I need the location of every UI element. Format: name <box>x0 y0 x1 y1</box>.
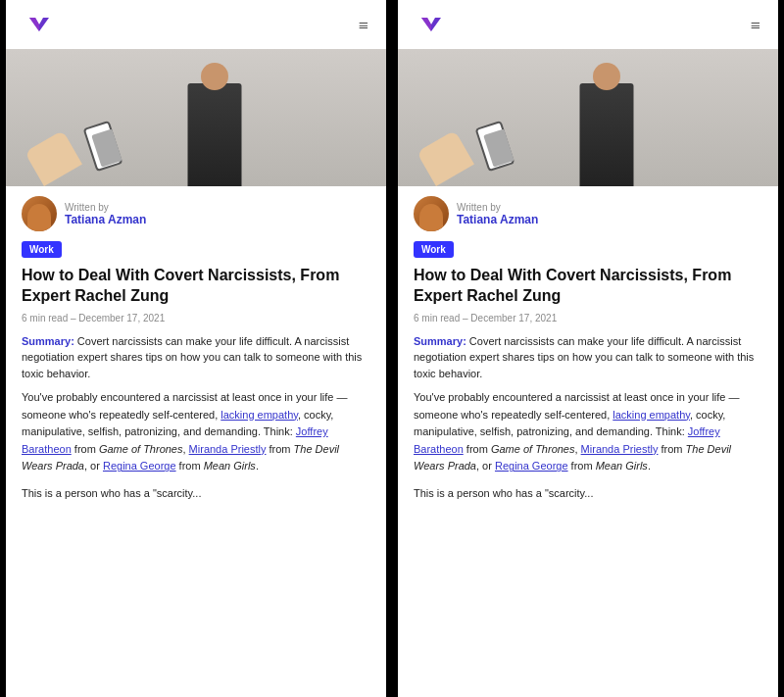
header-left: ≡ <box>6 0 386 49</box>
body3-left: from <box>72 443 99 455</box>
article-title-right: How to Deal With Covert Narcissists, Fro… <box>398 262 778 311</box>
summary-label-right: Summary: <box>414 335 466 347</box>
italic1-right: Game of Thrones <box>491 443 575 455</box>
hero-image-left <box>6 49 386 186</box>
italic1-left: Game of Thrones <box>99 443 183 455</box>
body3-right: from <box>464 443 491 455</box>
logo-left <box>22 12 57 39</box>
body6-left: , or <box>84 460 103 472</box>
screen-container: ≡ Written by Tatian <box>0 0 784 697</box>
body-end-left: This is a person who has a "scarcity... <box>6 483 386 505</box>
body5-right: from <box>658 443 685 455</box>
body-text-right: You've probably encountered a narcissist… <box>398 387 778 477</box>
author-avatar-right <box>414 196 449 231</box>
body7-left: from <box>176 460 204 472</box>
link4-left[interactable]: Regina George <box>103 460 176 472</box>
link3-right[interactable]: Miranda Priestly <box>581 443 659 455</box>
author-name-left[interactable]: Tatiana Azman <box>65 213 146 226</box>
body-text-left: You've probably encountered a narcissist… <box>6 387 386 477</box>
link4-right[interactable]: Regina George <box>495 460 568 472</box>
summary-right: Summary: Covert narcissists can make you… <box>398 329 778 388</box>
link1-left[interactable]: lacking empathy <box>220 409 298 421</box>
hamburger-icon-right[interactable]: ≡ <box>751 16 762 36</box>
body5-left: from <box>266 443 293 455</box>
italic3-left: Mean Girls <box>204 460 256 472</box>
logo-right <box>414 12 449 39</box>
body8-left: . <box>256 460 259 472</box>
author-info-left: Written by Tatiana Azman <box>65 202 146 226</box>
article-title-left: How to Deal With Covert Narcissists, Fro… <box>6 262 386 311</box>
meta-info-right: 6 min read – December 17, 2021 <box>398 311 778 329</box>
body6-right: , or <box>476 460 495 472</box>
phone-panel-left: ≡ Written by Tatian <box>6 0 386 697</box>
written-by-left: Written by <box>65 202 146 213</box>
meta-info-left: 6 min read – December 17, 2021 <box>6 311 386 329</box>
tag-badge-left[interactable]: Work <box>6 237 386 262</box>
phone-panel-right: ≡ Written by Tatiana Azman Work <box>398 0 778 697</box>
header-right: ≡ <box>398 0 778 49</box>
author-row-right: Written by Tatiana Azman <box>398 186 778 237</box>
link1-right[interactable]: lacking empathy <box>612 409 690 421</box>
hamburger-icon-left[interactable]: ≡ <box>359 16 370 36</box>
author-info-right: Written by Tatiana Azman <box>457 202 538 226</box>
hero-image-right <box>398 49 778 186</box>
body-end-right: This is a person who has a "scarcity... <box>398 483 778 505</box>
author-row-left: Written by Tatiana Azman <box>6 186 386 237</box>
link3-left[interactable]: Miranda Priestly <box>189 443 267 455</box>
author-name-right[interactable]: Tatiana Azman <box>457 213 538 226</box>
italic3-right: Mean Girls <box>596 460 648 472</box>
summary-left: Summary: Covert narcissists can make you… <box>6 329 386 388</box>
written-by-right: Written by <box>457 202 538 213</box>
tag-badge-right[interactable]: Work <box>398 237 778 262</box>
summary-label-left: Summary: <box>22 335 74 347</box>
author-avatar-left <box>22 196 57 231</box>
body8-right: . <box>648 460 651 472</box>
body7-right: from <box>568 460 596 472</box>
